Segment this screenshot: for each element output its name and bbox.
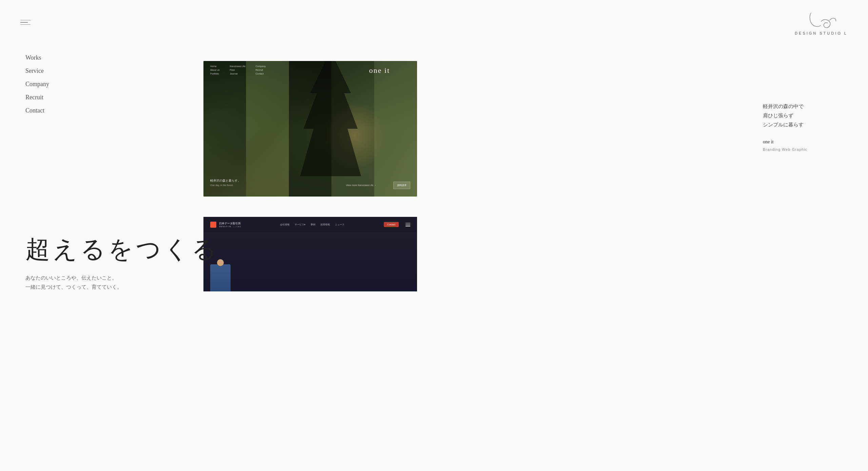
hamburger-button[interactable]	[20, 20, 31, 25]
screenshot-2-hamburger-icon	[406, 223, 410, 226]
nav-item-service[interactable]: Service	[25, 67, 88, 75]
screenshot-2-nav-4: ニュース	[335, 223, 344, 226]
screenshot-2-nav-1: サービス▾	[295, 223, 305, 226]
screenshot-2-hamburger-line-2	[406, 224, 410, 225]
hero-section: Home About us Portfolio Karuizawa Life F…	[0, 27, 868, 305]
screenshot-nav-company: Company	[256, 65, 266, 67]
nav-item-recruit[interactable]: Recruit	[25, 94, 88, 101]
screenshot-nav-home: Home	[210, 65, 220, 67]
screenshot-view-more: View more Karuizawa Life →	[346, 184, 376, 186]
wood-panel-2	[246, 61, 289, 197]
project1-tagline-line3: シンプルに暮らす	[763, 120, 848, 129]
screenshot-nav-contact: Contact	[256, 73, 266, 75]
project1-name: one it	[763, 139, 848, 145]
hamburger-line-1	[20, 20, 31, 21]
project1-tags: Branding Web Graphic	[763, 147, 848, 151]
screenshot-2-company-name: 日本データ取引所	[219, 222, 241, 225]
screenshot-nav-life: Karuizawa Life	[230, 65, 245, 67]
screenshot-2-header: 日本データ取引所 新鮮地を作り物、ここにある 会社情報 サービス▾ 事例 採用情…	[203, 217, 417, 232]
screenshot-bottom-text: 軽井沢の森と暮らす。 One day, in the forest.	[210, 179, 241, 186]
screenshot-2-hamburger-line-3	[406, 226, 410, 226]
screenshot-nav-col-3: Company Recruit Contact	[256, 65, 266, 75]
logo-script-icon	[801, 9, 842, 30]
logo[interactable]: DESIGN STUDIO L	[795, 9, 848, 35]
screenshot-2-nav-3: 採用情報	[320, 223, 330, 226]
hamburger-line-3	[20, 24, 31, 25]
screenshot-2-inner: 日本データ取引所 新鮮地を作り物、ここにある 会社情報 サービス▾ 事例 採用情…	[203, 217, 417, 291]
project-card-2[interactable]: 日本データ取引所 新鮮地を作り物、ここにある 会社情報 サービス▾ 事例 採用情…	[203, 217, 424, 291]
projects-area: Home About us Portfolio Karuizawa Life F…	[203, 61, 424, 312]
screenshot-2-logo: 日本データ取引所 新鮮地を作り物、ここにある	[210, 222, 241, 228]
screenshot-2-company-sub: 新鮮地を作り物、ここにある	[219, 225, 241, 227]
project1-tagline-line2: 肩ひじ張らず	[763, 111, 848, 120]
screenshot-2-nav-2: 事例	[311, 223, 315, 226]
screenshot-2-body	[203, 232, 417, 291]
screenshot-2-hamburger-line-1	[406, 223, 410, 224]
wood-panel-1	[203, 61, 246, 197]
page-wrapper: DESIGN STUDIO L Works Service Company Re…	[0, 0, 868, 471]
nav-sidebar: Works Service Company Recruit Contact	[0, 0, 88, 471]
project1-tagline: 軽井沢の森の中で 肩ひじ張らず シンプルに暮らす	[763, 102, 848, 129]
screenshot-nav-recruit: Recruit	[256, 69, 266, 71]
nav-item-works[interactable]: Works	[25, 54, 88, 61]
screenshot-nav-col-2: Karuizawa Life Flow Journal	[230, 65, 245, 75]
screenshot-nav-journal: Journal	[230, 73, 245, 75]
screenshot-2-contact-btn: Contact	[384, 222, 399, 227]
project-card-1[interactable]: Home About us Portfolio Karuizawa Life F…	[203, 61, 424, 197]
screenshot-nav-col-1: Home About us Portfolio	[210, 65, 220, 75]
nav-item-contact[interactable]: Contact	[25, 107, 88, 114]
project-screenshot-1: Home About us Portfolio Karuizawa Life F…	[203, 61, 417, 197]
screenshot-2-nav-0: 会社情報	[280, 223, 290, 226]
project-screenshot-2: 日本データ取引所 新鮮地を作り物、ここにある 会社情報 サービス▾ 事例 採用情…	[203, 217, 417, 291]
project1-info: 軽井沢の森の中で 肩ひじ張らず シンプルに暮らす one it Branding…	[763, 102, 848, 151]
project1-tagline-line1: 軽井沢の森の中で	[763, 102, 848, 111]
screenshot-request-btn: 資料請求	[393, 182, 410, 189]
header: DESIGN STUDIO L	[0, 0, 868, 45]
screenshot-2-nav-items: 会社情報 サービス▾ 事例 採用情報 ニュース	[248, 223, 377, 226]
screenshot-bottom-en: One day, in the forest.	[210, 184, 241, 186]
screenshot-nav-about: About us	[210, 69, 220, 71]
nav-item-company[interactable]: Company	[25, 81, 88, 88]
screenshot-bottom-jp: 軽井沢の森と暮らす。	[210, 179, 241, 183]
screenshot-nav-flow: Flow	[230, 69, 245, 71]
main-content: Home About us Portfolio Karuizawa Life F…	[0, 0, 868, 305]
hamburger-line-2	[20, 22, 28, 23]
screenshot-logo-oneit: one it	[369, 66, 390, 75]
screenshot-nav-portfolio: Portfolio	[210, 73, 220, 75]
logo-name: DESIGN STUDIO L	[795, 31, 848, 35]
screenshot-2-logo-text: 日本データ取引所 新鮮地を作り物、ここにある	[219, 222, 241, 227]
screenshot-2-logo-icon	[210, 222, 216, 228]
